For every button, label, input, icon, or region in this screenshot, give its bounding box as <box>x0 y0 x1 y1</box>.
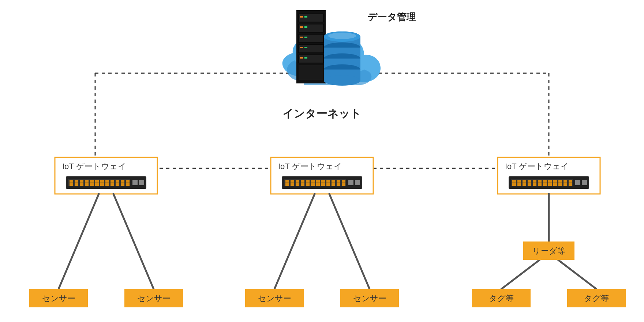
svg-point-30 <box>324 75 360 86</box>
gateway-label: IoT ゲートウェイ <box>505 162 569 171</box>
switch-icon <box>282 176 362 189</box>
data-management-label: データ管理 <box>368 11 416 22</box>
svg-rect-20 <box>300 57 303 59</box>
svg-rect-21 <box>304 57 307 59</box>
svg-line-67 <box>329 194 370 289</box>
gateway-label: IoT ゲートウェイ <box>278 162 342 171</box>
svg-rect-8 <box>299 34 323 42</box>
internet-label: インターネット <box>282 107 362 119</box>
leaf-label: センサー <box>137 294 171 303</box>
svg-rect-15 <box>304 26 307 28</box>
database-icon <box>324 31 360 86</box>
svg-rect-17 <box>304 37 307 38</box>
svg-rect-7 <box>299 24 323 32</box>
svg-line-64 <box>59 194 99 289</box>
leaf-label: センサー <box>258 294 291 303</box>
svg-rect-12 <box>300 16 303 18</box>
svg-rect-16 <box>300 37 303 38</box>
leaf-label: センサー <box>353 294 386 303</box>
leaf-label: タグ等 <box>584 294 609 303</box>
reader-node: リーダ等 <box>523 242 574 260</box>
svg-rect-13 <box>304 16 307 18</box>
sensor-node: センサー <box>245 289 304 307</box>
svg-rect-18 <box>300 47 303 48</box>
svg-rect-19 <box>304 47 307 48</box>
svg-rect-11 <box>299 65 323 80</box>
svg-line-69 <box>501 260 540 289</box>
gateway-label: IoT ゲートウェイ <box>62 162 126 171</box>
svg-rect-9 <box>299 45 323 53</box>
svg-point-32 <box>328 33 356 39</box>
svg-rect-10 <box>299 55 323 63</box>
sensor-node: センサー <box>29 289 88 307</box>
leaf-label: タグ等 <box>489 294 514 303</box>
switch-icon <box>66 176 146 189</box>
iot-gateway-2: IoT ゲートウェイ <box>271 157 373 194</box>
svg-rect-14 <box>300 26 303 28</box>
svg-line-66 <box>274 194 315 289</box>
reader-label: リーダ等 <box>532 246 565 255</box>
switch-icon <box>509 176 589 189</box>
tag-node: タグ等 <box>567 289 626 307</box>
sensor-node: センサー <box>124 289 183 307</box>
iot-gateway-1: IoT ゲートウェイ <box>55 157 157 194</box>
iot-gateway-3: IoT ゲートウェイ <box>498 157 600 194</box>
sensor-node: センサー <box>340 289 399 307</box>
server-icon <box>296 10 326 83</box>
svg-rect-6 <box>299 14 323 22</box>
tag-node: タグ等 <box>472 289 531 307</box>
svg-line-70 <box>558 260 596 289</box>
leaf-label: センサー <box>42 294 75 303</box>
svg-line-65 <box>113 194 154 289</box>
